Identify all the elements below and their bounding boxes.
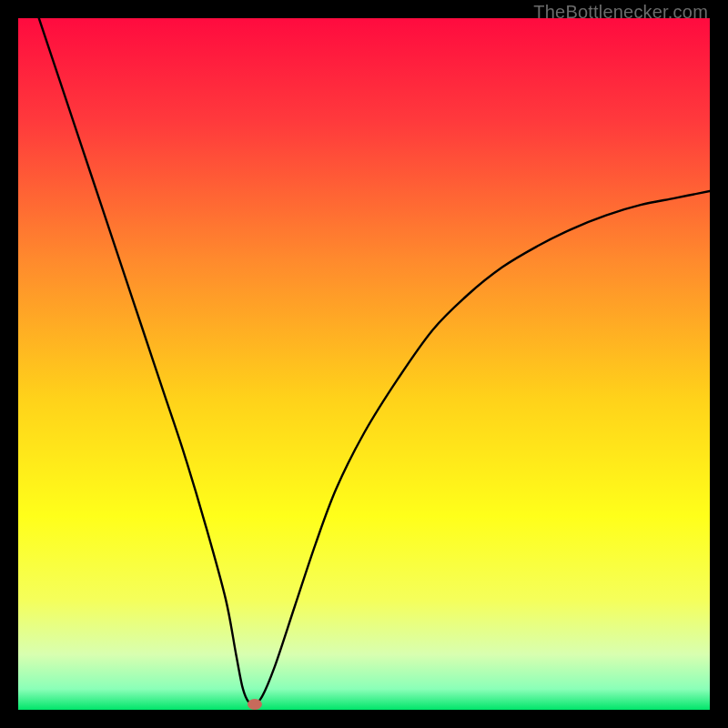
bottleneck-chart <box>18 18 710 710</box>
gradient-background <box>18 18 710 710</box>
optimal-point-marker <box>248 699 262 710</box>
chart-frame <box>18 18 710 710</box>
